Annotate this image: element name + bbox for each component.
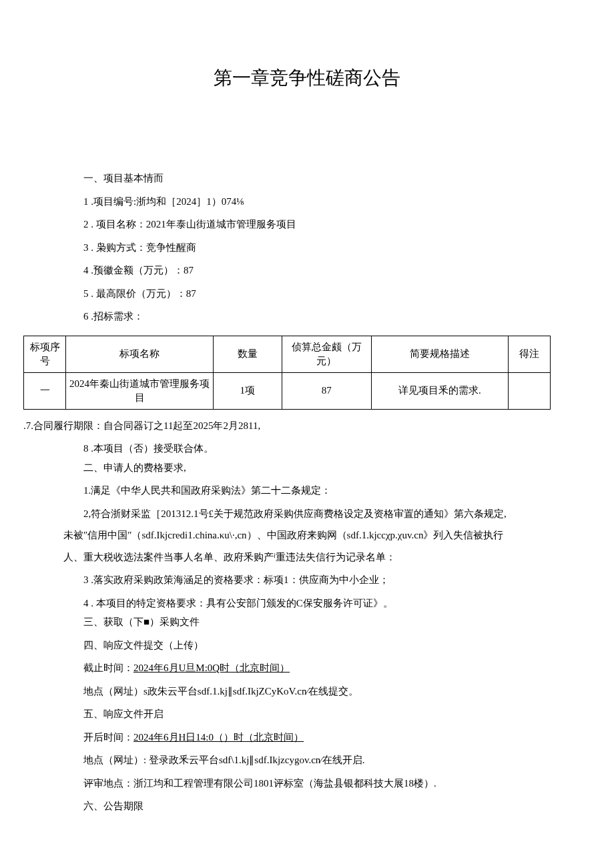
item-1-6: 6 .招标需求：: [63, 307, 551, 326]
item-1-1: 1 .项目编号:浙均和［2024］1）074⅛: [63, 192, 551, 211]
th-note: 得注: [508, 336, 550, 372]
deadline-label: 截止时间：: [83, 663, 133, 673]
th-name: 标项名称: [66, 336, 214, 372]
section3-heading: 三、获取（下■）采购文件: [63, 612, 551, 632]
item-2-2-line1: 2,符合浙财采监［201312.1号£关于规范政府采购供应商费格设定及资格审置的…: [63, 504, 551, 524]
item-1-7: .7.合同履行期限：自合同器订之11起至2025年2月2811,: [23, 416, 551, 436]
td-seq: 一: [24, 372, 66, 409]
section1-heading: 一、项目基本情而: [63, 169, 551, 188]
td-spec: 详见项目釆的需求.: [371, 372, 508, 409]
item-1-8: 8 .本项目（否）接受联合体。: [63, 439, 551, 458]
section2-heading: 二、申请人的费格要求,: [63, 458, 551, 478]
item-4-location: 地点（网址）s政朱云平台sdf.1.kj∥sdf.IkjZCyKoV.cn∕在线…: [63, 682, 551, 701]
th-budget: 侦算总金颇（万元）: [282, 336, 371, 372]
item-2-3: 3 .落实政府采购政策海涵足的资格要求：标项1：供应商为中小企业；: [63, 570, 551, 590]
section5-heading: 五、响应文件开启: [63, 705, 551, 724]
open-value: 2024年6月H日14:0（）时（北京时间）: [133, 732, 304, 743]
item-2-2-line3: 人、重大税收选法案件当事人名单、政府釆购产ⁱ重违法失信行为记录名单：: [63, 548, 551, 567]
page-title: 第一章竞争性磋商公告: [63, 60, 551, 95]
item-5-review: 评审地点：浙江均和工程管理有限公司1801评标室（海盐县银都科技大展18楼）.: [63, 774, 551, 793]
open-label: 开后时间：: [83, 732, 133, 743]
td-name: 2024年秦山街道城市管理服务项目: [66, 372, 214, 409]
deadline-value: 2024年6月U旦M:0Q时（北京时间）: [133, 663, 290, 673]
item-2-4: 4 . 本项目的特定资格要求：具有公安部门颁发的C保安服务许可证》。: [63, 594, 551, 613]
item-2-1: 1.满足《中华人民共和国政府采购法》第二十二条规定：: [63, 481, 551, 500]
item-5-open: 开后时间：2024年6月H日14:0（）时（北京时间）: [63, 728, 551, 747]
item-1-3: 3 . 枭购方式：竞争性醒商: [63, 238, 551, 258]
td-budget: 87: [282, 372, 371, 409]
item-4-deadline: 截止时间：2024年6月U旦M:0Q时（北京时间）: [63, 659, 551, 678]
th-seq: 标项序号: [24, 336, 66, 372]
item-2-2-line2: 未被″信用中国″（sdf.Ikjcredi1.china.κu\·,cn）、中国…: [63, 526, 551, 545]
td-note: [508, 372, 550, 409]
table-row: 一 2024年秦山街道城市管理服务项目 1项 87 详见项目釆的需求.: [24, 372, 551, 409]
section4-heading: 四、响应文件提交（上传）: [63, 636, 551, 655]
th-qty: 数量: [214, 336, 282, 372]
th-spec: 简要规格描述: [371, 336, 508, 372]
item-1-2: 2 . 项目名称：2021年泰山街道城市管理服务项目: [63, 215, 551, 234]
section6-heading: 六、公告期限: [63, 797, 551, 816]
item-1-5: 5 . 最高限价（万元）：87: [63, 284, 551, 304]
item-1-4: 4 .预徽金额（万元）：87: [63, 261, 551, 280]
td-qty: 1项: [214, 372, 282, 409]
item-5-location: 地点（网址）: 登录政釆云平台sdf\1.kj∥sdf.Ikjzcygov.cn…: [63, 751, 551, 770]
requirements-table: 标项序号 标项名称 数量 侦算总金颇（万元） 简要规格描述 得注 一 2024年…: [23, 336, 551, 410]
table-header-row: 标项序号 标项名称 数量 侦算总金颇（万元） 简要规格描述 得注: [24, 336, 551, 372]
